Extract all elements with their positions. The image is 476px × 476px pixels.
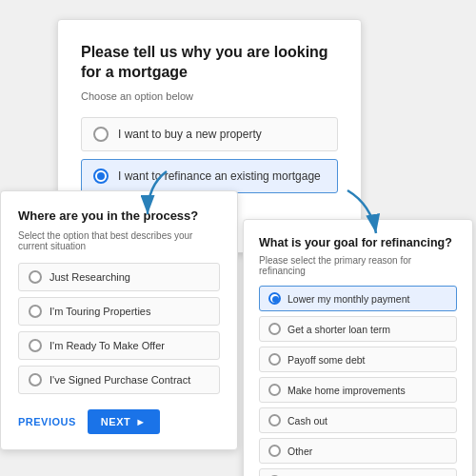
- card2-radio-0: [29, 270, 42, 284]
- card2-option-3[interactable]: I've Signed Purchase Contract: [18, 366, 220, 394]
- card2-next-button[interactable]: NEXT ►: [88, 409, 160, 434]
- card2-option-label-3: I've Signed Purchase Contract: [50, 374, 190, 386]
- card2-subtitle: Select the option that best describes yo…: [18, 230, 220, 251]
- card2-options-list: Just ResearchingI'm Touring PropertiesI'…: [18, 263, 220, 394]
- card1-title: Please tell us why you are looking for a…: [81, 43, 338, 83]
- card1-radio-0: [93, 127, 109, 142]
- card3-option-label-2: Payoff some debt: [288, 354, 366, 366]
- process-stage-card: Where are you in the process? Select the…: [0, 190, 238, 450]
- card2-option-0[interactable]: Just Researching: [18, 263, 220, 291]
- card2-radio-3: [29, 373, 42, 387]
- card1-options-list: I want to buy a new propertyI want to re…: [81, 117, 338, 193]
- card3-option-3[interactable]: Make home improvements: [259, 377, 457, 403]
- card2-radio-1: [29, 305, 42, 318]
- refinancing-goal-card: What is your goal for refinancing? Pleas…: [243, 219, 473, 476]
- card3-option-6[interactable]: I don't know: [259, 468, 457, 476]
- card3-radio-3: [268, 384, 281, 396]
- card3-option-label-3: Make home improvements: [288, 385, 406, 396]
- card3-options-list: Lower my monthly paymentGet a shorter lo…: [259, 286, 457, 476]
- card3-radio-5: [268, 445, 281, 457]
- card2-radio-2: [29, 339, 42, 352]
- card3-option-4[interactable]: Cash out: [259, 407, 457, 433]
- card1-subtitle: Choose an option below: [81, 90, 338, 102]
- card1-option-1[interactable]: I want to refinance an existing mortgage: [81, 159, 338, 193]
- card3-option-1[interactable]: Get a shorter loan term: [259, 316, 457, 342]
- card2-footer: PREVIOUS NEXT ►: [18, 409, 220, 434]
- card2-option-2[interactable]: I'm Ready To Make Offer: [18, 331, 220, 360]
- card3-option-label-1: Get a shorter loan term: [288, 324, 390, 335]
- card1-option-label-0: I want to buy a new property: [118, 128, 262, 141]
- card2-option-label-1: I'm Touring Properties: [50, 306, 150, 317]
- card1-option-0[interactable]: I want to buy a new property: [81, 117, 338, 151]
- card3-option-label-0: Lower my monthly payment: [288, 293, 409, 305]
- card2-option-label-2: I'm Ready To Make Offer: [50, 340, 165, 351]
- card3-radio-2: [268, 353, 281, 366]
- card2-next-label: NEXT: [101, 416, 130, 427]
- card3-radio-1: [268, 323, 281, 335]
- card3-option-label-4: Cash out: [288, 415, 327, 426]
- card3-radio-4: [268, 414, 281, 426]
- card2-previous-button[interactable]: PREVIOUS: [18, 416, 76, 427]
- card3-option-label-5: Other: [288, 446, 312, 457]
- card3-subtitle: Please select the primary reason for ref…: [259, 255, 457, 276]
- arrow2-indicator: [328, 186, 386, 247]
- card3-option-0[interactable]: Lower my monthly payment: [259, 286, 457, 311]
- card2-option-1[interactable]: I'm Touring Properties: [18, 297, 220, 326]
- card2-next-arrow-icon: ►: [135, 416, 146, 427]
- card3-option-5[interactable]: Other: [259, 438, 457, 464]
- card3-radio-0: [268, 292, 281, 305]
- arrow1-indicator: [138, 167, 195, 228]
- card2-option-label-0: Just Researching: [50, 271, 130, 283]
- card3-option-2[interactable]: Payoff some debt: [259, 347, 457, 372]
- card1-radio-1: [93, 169, 109, 184]
